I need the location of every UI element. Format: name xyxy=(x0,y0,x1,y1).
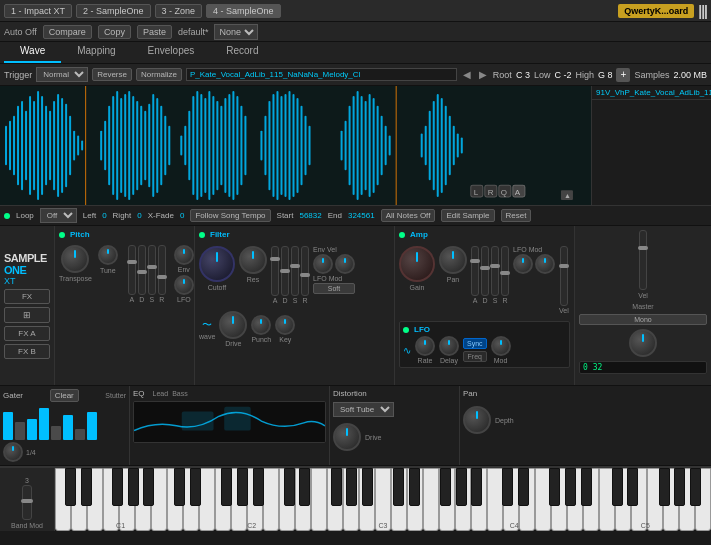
black-key-3-5[interactable] xyxy=(471,468,482,506)
black-key-4-1[interactable] xyxy=(518,468,529,506)
filter-lfo-knob[interactable] xyxy=(313,254,333,274)
filter-s-slider[interactable] xyxy=(291,246,299,296)
tab-sampleone-4[interactable]: 4 - SampleOne xyxy=(206,4,281,18)
filter-d-slider[interactable] xyxy=(281,246,289,296)
edit-sample-button[interactable]: Edit Sample xyxy=(441,209,494,222)
black-key-0-3[interactable] xyxy=(112,468,123,506)
pan-depth-knob[interactable] xyxy=(463,406,491,434)
gater-clear-button[interactable]: Clear xyxy=(50,389,79,402)
tab-zone[interactable]: 3 - Zone xyxy=(155,4,203,18)
add-sample-button[interactable]: + xyxy=(616,68,630,82)
black-key-0-4[interactable] xyxy=(128,468,139,506)
amp-vel-slider[interactable] xyxy=(560,246,568,306)
black-key-3-0[interactable] xyxy=(393,468,404,506)
normalize-button[interactable]: Normalize xyxy=(136,68,182,81)
black-key-1-0[interactable] xyxy=(174,468,185,506)
tab-wave[interactable]: Wave xyxy=(4,42,61,63)
gater-bar-5[interactable] xyxy=(51,426,61,440)
black-key-1-5[interactable] xyxy=(253,468,264,506)
piano-keyboard[interactable]: C1 C2 C3 C4 C5 xyxy=(55,468,711,531)
drive-knob[interactable] xyxy=(219,311,247,339)
pan-knob[interactable] xyxy=(439,246,467,274)
black-key-2-3[interactable] xyxy=(331,468,342,506)
amp-s-slider[interactable] xyxy=(491,246,499,296)
pitch-env-knob[interactable] xyxy=(174,245,194,265)
next-sample-arrow[interactable]: ▶ xyxy=(477,69,489,80)
black-key-3-1[interactable] xyxy=(409,468,420,506)
trigger-mode-select[interactable]: Normal xyxy=(36,67,88,82)
white-key-13[interactable] xyxy=(263,468,279,531)
black-key-0-1[interactable] xyxy=(81,468,92,506)
black-key-1-4[interactable] xyxy=(237,468,248,506)
amp-mod-knob[interactable] xyxy=(535,254,555,274)
black-key-5-0[interactable] xyxy=(612,468,623,506)
gater-bar-1[interactable] xyxy=(3,412,13,440)
res-knob[interactable] xyxy=(239,246,267,274)
paste-button[interactable]: Paste xyxy=(137,25,172,39)
distortion-type-select[interactable]: Soft Tube xyxy=(333,402,394,417)
cutoff-knob[interactable] xyxy=(199,246,235,282)
waveform-file-item[interactable]: 91V_VhP_Kate_Vocal_AdLib_115... xyxy=(592,86,711,100)
loop-mode-select[interactable]: Off xyxy=(40,208,77,223)
key-knob[interactable] xyxy=(275,315,295,335)
black-key-2-5[interactable] xyxy=(362,468,373,506)
amp-a-slider[interactable] xyxy=(471,246,479,296)
pitch-s-slider[interactable] xyxy=(148,245,156,295)
black-key-5-5[interactable] xyxy=(690,468,701,506)
compare-button[interactable]: Compare xyxy=(43,25,92,39)
gater-bar-4[interactable] xyxy=(39,408,49,440)
reset-button[interactable]: Reset xyxy=(501,209,532,222)
filter-r-slider[interactable] xyxy=(301,246,309,296)
black-key-1-3[interactable] xyxy=(221,468,232,506)
punch-knob[interactable] xyxy=(251,315,271,335)
black-key-1-1[interactable] xyxy=(190,468,201,506)
amp-d-slider[interactable] xyxy=(481,246,489,296)
fx-b-button[interactable]: FX B xyxy=(4,344,50,359)
tab-mapping[interactable]: Mapping xyxy=(61,42,131,63)
mono-button[interactable]: Mono xyxy=(579,314,707,325)
lfo-mod-knob[interactable] xyxy=(491,336,511,356)
pitch-d-slider[interactable] xyxy=(138,245,146,295)
rate-knob[interactable] xyxy=(415,336,435,356)
waveform-area[interactable]: L R Q A ▲ 91V_VhP_Kate_Vocal_AdLib_115..… xyxy=(0,86,711,206)
master-vel-slider[interactable] xyxy=(639,230,647,290)
tune-knob[interactable] xyxy=(98,245,118,265)
gater-depth-knob[interactable] xyxy=(3,442,23,462)
master-knob[interactable] xyxy=(629,329,657,357)
gater-bar-2[interactable] xyxy=(15,422,25,440)
delay-knob[interactable] xyxy=(439,336,459,356)
fx-a-button[interactable]: FX A xyxy=(4,326,50,341)
pitch-lfo-knob[interactable] xyxy=(174,275,194,295)
pitch-r-slider[interactable] xyxy=(158,245,166,295)
tab-record[interactable]: Record xyxy=(210,42,274,63)
white-key-23[interactable] xyxy=(423,468,439,531)
prev-sample-arrow[interactable]: ◀ xyxy=(461,69,473,80)
black-key-2-0[interactable] xyxy=(284,468,295,506)
gater-bar-7[interactable] xyxy=(75,429,85,440)
amp-lfo-knob[interactable] xyxy=(513,254,533,274)
white-key-16[interactable] xyxy=(311,468,327,531)
black-key-4-3[interactable] xyxy=(549,468,560,506)
tab-sampleone-2[interactable]: 2 - SampleOne xyxy=(76,4,151,18)
tab-impact-xt[interactable]: 1 - Impact XT xyxy=(4,4,72,18)
black-key-2-4[interactable] xyxy=(346,468,357,506)
gater-bar-6[interactable] xyxy=(63,415,73,440)
white-key-27[interactable] xyxy=(487,468,503,531)
black-key-2-1[interactable] xyxy=(299,468,310,506)
pitch-a-slider[interactable] xyxy=(128,245,136,295)
band-slider[interactable] xyxy=(22,485,32,520)
black-key-0-5[interactable] xyxy=(143,468,154,506)
white-key-20[interactable] xyxy=(375,468,391,531)
soft-button[interactable]: Soft xyxy=(313,283,355,294)
black-key-5-1[interactable] xyxy=(627,468,638,506)
preset-selector[interactable]: None xyxy=(214,24,258,40)
step-sequencer-button[interactable]: ⊞ xyxy=(4,307,50,323)
black-key-0-0[interactable] xyxy=(65,468,76,506)
black-key-5-4[interactable] xyxy=(674,468,685,506)
sync-button[interactable]: Sync xyxy=(463,338,487,349)
transpose-knob[interactable] xyxy=(61,245,89,273)
black-key-3-3[interactable] xyxy=(440,468,451,506)
black-key-4-0[interactable] xyxy=(502,468,513,506)
copy-button[interactable]: Copy xyxy=(98,25,131,39)
distortion-drive-knob[interactable] xyxy=(333,423,361,451)
